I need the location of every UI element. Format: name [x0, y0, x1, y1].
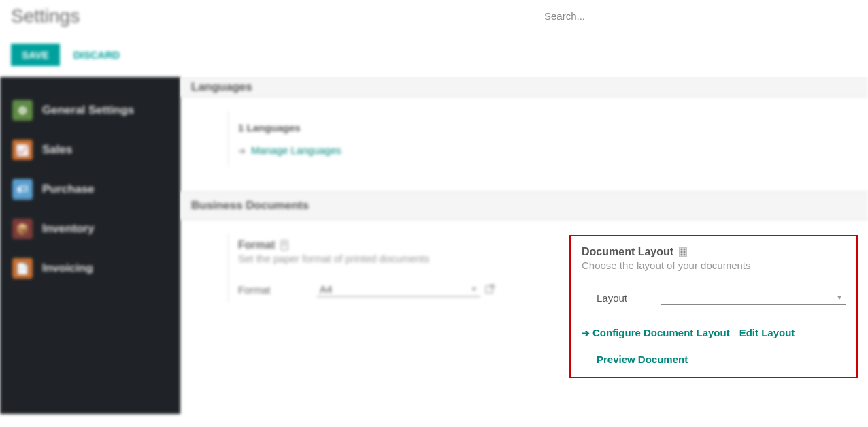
sidebar: ⚙ General Settings 📈 Sales 🏷 Purchase 📦 …	[0, 77, 180, 414]
document-layout-title: Document Layout	[582, 246, 673, 258]
document-layout-block: Document Layout Choose the layout of you…	[569, 235, 858, 378]
box-icon: 📦	[12, 219, 33, 239]
format-title-label: Format	[238, 239, 275, 251]
format-block: Format Set the paper format of printed d…	[228, 234, 568, 302]
svg-line-4	[489, 285, 494, 289]
sidebar-item-invoicing[interactable]: 📄 Invoicing	[0, 249, 180, 288]
save-button[interactable]: SAVE	[11, 44, 60, 66]
chart-icon: 📈	[12, 140, 33, 160]
format-select-value: A4	[320, 283, 332, 295]
configure-document-layout-link[interactable]: ➔ Configure Document Layout	[582, 327, 730, 338]
section-header-languages: Languages	[180, 77, 868, 97]
svg-rect-6	[681, 249, 682, 250]
building-icon	[678, 247, 688, 257]
svg-rect-7	[684, 249, 685, 250]
chevron-down-icon: ▼	[471, 285, 478, 293]
document-icon	[279, 240, 290, 251]
preview-document-link[interactable]: Preview Document	[597, 353, 688, 365]
languages-count-label: 1 Languages	[238, 116, 511, 139]
format-select[interactable]: A4 ▼	[317, 282, 480, 297]
svg-rect-8	[681, 251, 682, 253]
sidebar-item-label: General Settings	[42, 104, 134, 117]
svg-rect-9	[684, 251, 685, 253]
section-header-business-documents: Business Documents	[180, 191, 868, 220]
svg-rect-10	[681, 254, 682, 255]
chevron-down-icon: ▼	[836, 294, 843, 301]
svg-rect-11	[684, 254, 685, 255]
sidebar-item-label: Purchase	[42, 183, 95, 196]
discard-button[interactable]: DISCARD	[73, 49, 120, 61]
arrow-right-icon: ➔	[582, 328, 590, 338]
languages-block: 1 Languages ➔ Manage Languages	[228, 111, 520, 167]
format-row-label: Format	[238, 284, 313, 296]
sidebar-item-inventory[interactable]: 📦 Inventory	[0, 209, 180, 249]
page-title: Settings	[11, 5, 80, 27]
manage-languages-link[interactable]: Manage Languages	[251, 144, 341, 156]
document-layout-description: Choose the layout of your documents	[582, 259, 846, 271]
arrow-right-icon: ➔	[238, 146, 246, 156]
invoice-icon: 📄	[12, 258, 33, 279]
tag-icon: 🏷	[12, 179, 33, 200]
sidebar-item-label: Sales	[42, 143, 72, 157]
format-description: Set the paper format of printed document…	[238, 253, 558, 264]
sidebar-item-label: Invoicing	[42, 262, 93, 275]
sidebar-item-label: Inventory	[42, 222, 95, 236]
sidebar-item-sales[interactable]: 📈 Sales	[0, 130, 180, 170]
edit-layout-link[interactable]: Edit Layout	[739, 327, 795, 338]
sidebar-item-general-settings[interactable]: ⚙ General Settings	[0, 91, 180, 130]
layout-row-label: Layout	[582, 292, 658, 304]
external-link-icon[interactable]	[484, 283, 495, 296]
gear-icon: ⚙	[12, 100, 33, 121]
action-bar: SAVE DISCARD	[0, 33, 868, 77]
sidebar-item-purchase[interactable]: 🏷 Purchase	[0, 170, 180, 209]
search-input[interactable]	[544, 7, 857, 25]
layout-select[interactable]: ▼	[661, 290, 846, 305]
